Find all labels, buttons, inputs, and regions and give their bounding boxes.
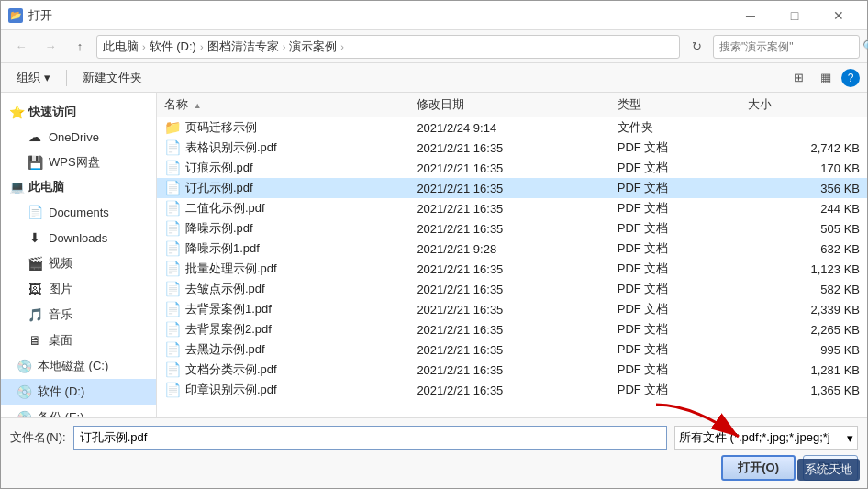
- table-row[interactable]: 📄 印章识别示例.pdf 2021/2/21 16:35 PDF 文档 1,36…: [157, 380, 867, 400]
- sidebar-label-wpsdisk: WPS网盘: [49, 154, 100, 171]
- minimize-button[interactable]: ─: [729, 1, 772, 30]
- dropdown-arrow-icon: ▾: [847, 431, 853, 445]
- sidebar-item-videos[interactable]: 🎬 视频: [1, 250, 156, 276]
- sidebar-item-desktop[interactable]: 🖥 桌面: [1, 328, 156, 353]
- filetype-dropdown[interactable]: 所有文件 (*.pdf;*.jpg;*.jpeg;*j ▾: [674, 426, 858, 450]
- file-type-cell: PDF 文档: [610, 239, 740, 259]
- table-row[interactable]: 📄 订孔示例.pdf 2021/2/21 16:35 PDF 文档 356 KB: [157, 178, 867, 198]
- file-date-cell: 2021/2/21 16:35: [409, 299, 609, 319]
- table-row[interactable]: 📄 表格识别示例.pdf 2021/2/21 16:35 PDF 文档 2,74…: [157, 138, 867, 158]
- file-name-cell: 📄 批量处理示例.pdf: [157, 259, 409, 279]
- file-name-cell: 📄 去皱点示例.pdf: [157, 279, 409, 299]
- file-size-cell: 582 KB: [740, 279, 867, 299]
- file-date-cell: 2021/2/21 16:35: [409, 138, 609, 158]
- file-size-cell: 1,123 KB: [740, 259, 867, 279]
- open-button[interactable]: 打开(O): [721, 455, 796, 481]
- sidebar-item-pictures[interactable]: 🖼 图片: [1, 276, 156, 302]
- sidebar-label-drive-d: 软件 (D:): [38, 383, 84, 400]
- documents-icon: 📄: [27, 204, 43, 220]
- title-bar-controls: ─ □ ✕: [729, 1, 860, 30]
- sidebar-item-drive-c[interactable]: 💿 本地磁盘 (C:): [1, 353, 156, 379]
- new-folder-button[interactable]: 新建文件夹: [74, 67, 150, 89]
- file-size-cell: 2,742 KB: [740, 138, 867, 158]
- search-input[interactable]: [714, 40, 862, 53]
- file-name-text: 订孔示例.pdf: [185, 180, 253, 196]
- sidebar-item-drive-e[interactable]: 💿 备份 (E:): [1, 405, 156, 417]
- file-name-cell: 📄 表格识别示例.pdf: [157, 138, 409, 158]
- col-header-date[interactable]: 修改日期: [409, 93, 609, 117]
- dialog-icon: 📂: [8, 8, 23, 23]
- table-row[interactable]: 📄 去黑边示例.pdf 2021/2/21 16:35 PDF 文档 995 K…: [157, 339, 867, 360]
- sidebar-item-drive-d[interactable]: 💿 软件 (D:): [1, 379, 156, 405]
- file-size-cell: 244 KB: [740, 198, 867, 218]
- col-header-type[interactable]: 类型: [610, 93, 740, 117]
- table-row[interactable]: 📄 去背景案例1.pdf 2021/2/21 16:35 PDF 文档 2,33…: [157, 299, 867, 319]
- table-row[interactable]: 📄 订痕示例.pdf 2021/2/21 16:35 PDF 文档 170 KB: [157, 158, 867, 178]
- desktop-icon: 🖥: [27, 332, 43, 349]
- file-size-cell: 1,365 KB: [740, 380, 867, 400]
- breadcrumb-sep1: ›: [142, 41, 146, 52]
- sidebar-item-documents[interactable]: 📄 Documents: [1, 199, 156, 225]
- breadcrumb[interactable]: 此电脑 › 软件 (D:) › 图档清洁专家 › 演示案例 ›: [96, 35, 680, 59]
- table-row[interactable]: 📄 去背景案例2.pdf 2021/2/21 16:35 PDF 文档 2,26…: [157, 319, 867, 339]
- maximize-button[interactable]: □: [773, 1, 816, 30]
- sidebar-item-onedrive[interactable]: ☁ OneDrive: [1, 124, 156, 150]
- sidebar-item-music[interactable]: 🎵 音乐: [1, 302, 156, 328]
- table-row[interactable]: 📄 二值化示例.pdf 2021/2/21 16:35 PDF 文档 244 K…: [157, 198, 867, 218]
- sidebar-label-quickaccess: 快速访问: [28, 104, 76, 120]
- organize-button[interactable]: 组织 ▾: [8, 67, 59, 89]
- back-button[interactable]: ←: [8, 35, 34, 59]
- watermark: 系统天地: [797, 459, 860, 481]
- bottom-bar: 文件名(N): 所有文件 (*.pdf;*.jpg;*.jpeg;*j ▾ 打开…: [1, 417, 867, 488]
- help-button[interactable]: ?: [841, 69, 860, 87]
- sidebar-label-videos: 视频: [49, 255, 72, 272]
- sidebar-item-wpsdisk[interactable]: 💾 WPS网盘: [1, 150, 156, 175]
- file-type-cell: PDF 文档: [610, 279, 740, 299]
- up-button[interactable]: ↑: [67, 35, 93, 59]
- file-name-text: 去背景案例1.pdf: [185, 301, 272, 317]
- col-header-name[interactable]: 名称 ▲: [157, 93, 409, 117]
- file-name-cell: 📄 去背景案例2.pdf: [157, 319, 409, 339]
- table-row[interactable]: 📄 降噪示例.pdf 2021/2/21 16:35 PDF 文档 505 KB: [157, 218, 867, 239]
- file-type-cell: PDF 文档: [610, 158, 740, 178]
- file-date-cell: 2021/2/21 16:35: [409, 279, 609, 299]
- table-row[interactable]: 📄 降噪示例1.pdf 2021/2/21 9:28 PDF 文档 632 KB: [157, 239, 867, 259]
- sidebar-item-quickaccess[interactable]: ⭐ 快速访问: [1, 100, 156, 124]
- view-button[interactable]: ⊞: [786, 67, 810, 89]
- table-row[interactable]: 📄 去皱点示例.pdf 2021/2/21 16:35 PDF 文档 582 K…: [157, 279, 867, 299]
- search-button[interactable]: 🔍: [862, 36, 868, 58]
- file-name-text: 批量处理示例.pdf: [185, 261, 277, 277]
- disk-e-icon: 💿: [16, 409, 32, 417]
- file-name-text: 去黑边示例.pdf: [185, 341, 265, 358]
- breadcrumb-sep3: ›: [283, 41, 286, 52]
- file-name-cell: 📄 去背景案例1.pdf: [157, 299, 409, 319]
- file-name-text: 订痕示例.pdf: [185, 160, 253, 176]
- filename-input[interactable]: [73, 426, 667, 450]
- file-date-cell: 2021/2/21 16:35: [409, 178, 609, 198]
- file-date-cell: 2021/2/21 16:35: [409, 158, 609, 178]
- file-date-cell: 2021/2/21 16:35: [409, 218, 609, 239]
- table-row[interactable]: 📁 页码迁移示例 2021/2/24 9:14 文件夹: [157, 117, 867, 139]
- file-type-cell: PDF 文档: [610, 360, 740, 380]
- view-pane-button[interactable]: ▦: [814, 67, 838, 89]
- sidebar-label-drive-c: 本地磁盘 (C:): [38, 358, 108, 374]
- sidebar-item-thispc[interactable]: 💻 此电脑: [1, 175, 156, 199]
- refresh-button[interactable]: ↻: [684, 35, 709, 59]
- table-row[interactable]: 📄 文档分类示例.pdf 2021/2/21 16:35 PDF 文档 1,28…: [157, 360, 867, 380]
- file-size-cell: 2,339 KB: [740, 299, 867, 319]
- breadcrumb-sep4: ›: [340, 41, 344, 52]
- file-type-cell: PDF 文档: [610, 299, 740, 319]
- file-size-cell: [740, 117, 867, 139]
- forward-button[interactable]: →: [38, 35, 63, 59]
- computer-icon: 💻: [8, 179, 25, 195]
- sidebar-label-onedrive: OneDrive: [49, 130, 99, 144]
- file-name-text: 降噪示例.pdf: [185, 220, 253, 237]
- file-type-cell: PDF 文档: [610, 178, 740, 198]
- close-button[interactable]: ✕: [818, 1, 860, 30]
- onedrive-icon: ☁: [27, 128, 43, 145]
- file-type-cell: 文件夹: [610, 117, 740, 139]
- col-header-size[interactable]: 大小: [740, 93, 867, 117]
- sidebar-item-downloads[interactable]: ⬇ Downloads: [1, 225, 156, 250]
- file-date-cell: 2021/2/21 16:35: [409, 319, 609, 339]
- table-row[interactable]: 📄 批量处理示例.pdf 2021/2/21 16:35 PDF 文档 1,12…: [157, 259, 867, 279]
